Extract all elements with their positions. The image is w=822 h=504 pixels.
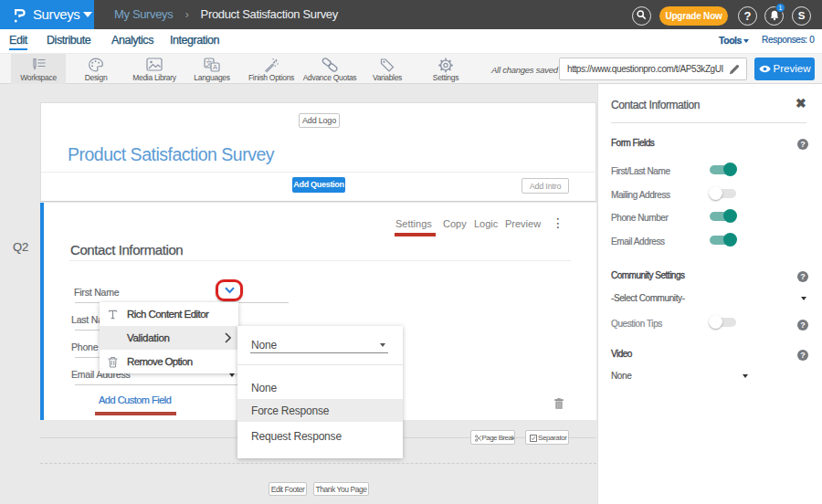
svg-text:A: A — [213, 63, 217, 71]
